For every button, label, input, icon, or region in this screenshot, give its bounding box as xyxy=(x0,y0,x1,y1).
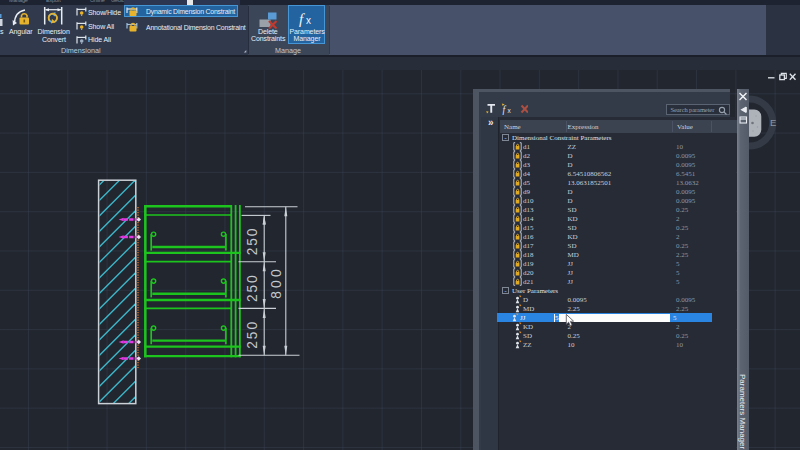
svg-text:250: 250 xyxy=(245,273,260,302)
svg-text:800: 800 xyxy=(269,266,284,299)
svg-text:f: f xyxy=(503,105,507,115)
svg-text:x: x xyxy=(508,107,512,114)
svg-text:250: 250 xyxy=(245,320,260,349)
svg-text:E: E xyxy=(770,117,776,128)
svg-text:250: 250 xyxy=(245,227,260,256)
